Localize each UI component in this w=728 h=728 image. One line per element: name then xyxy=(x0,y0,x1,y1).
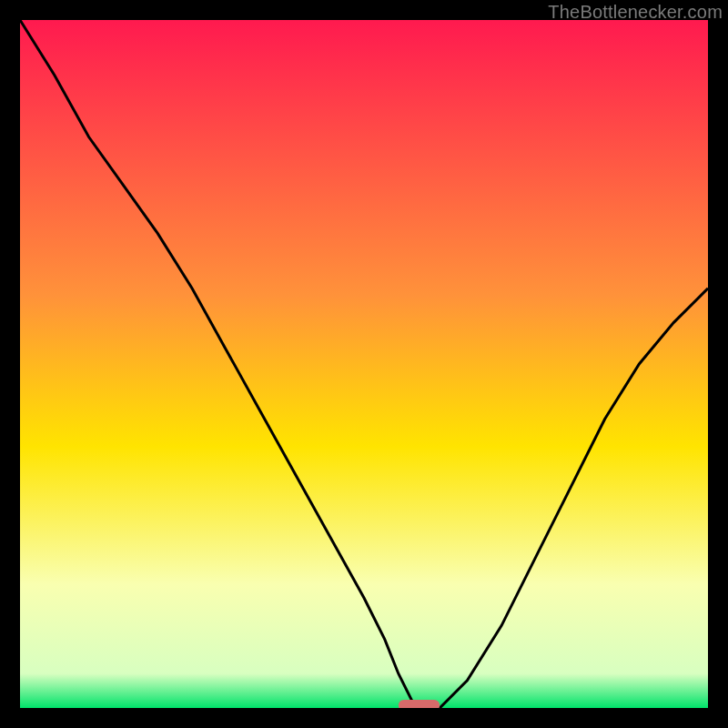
gradient-background xyxy=(20,20,708,708)
chart-frame xyxy=(20,20,708,708)
optimal-marker xyxy=(399,700,440,708)
bottleneck-chart xyxy=(20,20,708,708)
attribution-label: TheBottlenecker.com xyxy=(548,2,723,23)
